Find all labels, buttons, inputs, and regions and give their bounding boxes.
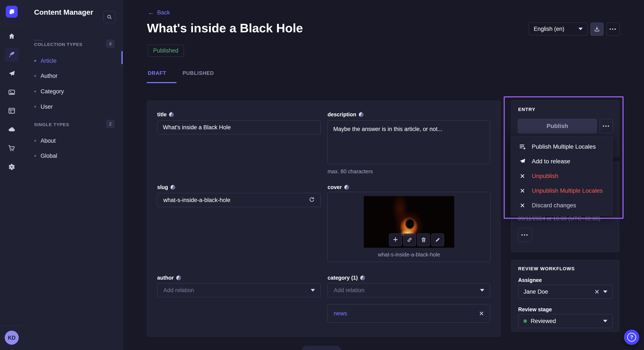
search-icon [106, 14, 112, 20]
back-link[interactable]: ← Back [148, 9, 170, 16]
user-avatar[interactable]: KD [5, 331, 19, 345]
more-icon: ••• [609, 27, 617, 31]
back-arrow-icon: ← [148, 9, 154, 16]
field-label-text: title [157, 111, 166, 118]
category-relation-select[interactable] [328, 283, 490, 297]
status-badge: Published [148, 45, 184, 57]
sidebar-item-user[interactable]: • User [34, 100, 115, 114]
slug-input[interactable] [163, 197, 308, 204]
cross-icon: × [518, 172, 526, 180]
sidebar-rule [34, 40, 42, 40]
field-label-text: description [328, 111, 356, 118]
rail-item-deploy[interactable] [5, 123, 18, 136]
rail-item-settings[interactable] [5, 160, 18, 174]
collection-types-count-badge: 4 [106, 39, 114, 48]
field-label-title: title [157, 111, 174, 118]
strapi-logo[interactable] [6, 6, 18, 18]
pencil-icon [435, 237, 440, 243]
assignee-label: Assignee [518, 277, 542, 283]
cover-field: + [328, 192, 490, 262]
chevron-down-icon [578, 28, 583, 30]
sidebar-title: Content Manager [34, 8, 93, 16]
active-item-indicator [122, 51, 123, 64]
menu-item-unpublish-multiple-locales[interactable]: × Unpublish Multiple Locales [511, 183, 613, 198]
clear-assignee-icon[interactable]: × [594, 288, 599, 296]
media-icon [8, 88, 16, 96]
author-relation-select[interactable] [157, 283, 321, 297]
category-tag-row: news × [328, 304, 490, 323]
header-more-button[interactable]: ••• [606, 22, 620, 36]
sidebar-item-article[interactable]: • Article [34, 54, 115, 68]
rail-item-home[interactable] [5, 29, 18, 43]
field-label-author: author [157, 275, 181, 281]
entry-panel-heading: ENTRY [518, 107, 536, 112]
more-icon: ••• [521, 233, 528, 237]
layout-icon [8, 107, 16, 115]
entry-info-more-button[interactable]: ••• [518, 228, 532, 242]
chevron-down-icon [603, 320, 607, 322]
field-label-text: slug [157, 184, 168, 190]
localized-field-icon [344, 185, 349, 190]
collapsed-bottom-button[interactable] [302, 346, 341, 350]
menu-item-label: Unpublish Multiple Locales [532, 187, 603, 194]
menu-item-add-to-release[interactable]: Add to release [511, 154, 613, 169]
menu-item-publish-multiple-locales[interactable]: Publish Multiple Locales [511, 139, 613, 154]
author-relation-input[interactable] [163, 287, 311, 294]
locale-select[interactable]: English (en) [529, 22, 588, 35]
cover-filename: what-s-inside-a-black-hole [328, 252, 490, 258]
assignee-select[interactable]: Jane Doe × [518, 285, 613, 299]
search-button[interactable] [104, 11, 116, 23]
tab-draft[interactable]: DRAFT [148, 70, 166, 76]
tab-published[interactable]: PUBLISHED [182, 70, 214, 76]
review-workflows-panel: REVIEW WORKFLOWS Assignee Jane Doe × Rev… [511, 260, 619, 332]
bullet-icon: • [34, 88, 36, 95]
home-icon [8, 32, 16, 40]
rail-item-marketplace[interactable] [5, 141, 18, 155]
sidebar-item-global[interactable]: • Global [34, 149, 115, 163]
sidebar-item-about[interactable]: • About [34, 134, 115, 148]
description-textarea[interactable]: Maybe the answer is in this article, or … [328, 120, 490, 164]
remove-category-icon[interactable]: × [479, 309, 484, 318]
cart-icon [8, 144, 16, 152]
publish-button[interactable]: Publish [518, 119, 597, 133]
menu-item-label: Add to release [532, 158, 570, 165]
field-label-text: category (1) [328, 275, 358, 281]
copy-link-button[interactable] [403, 233, 416, 246]
title-input[interactable] [157, 120, 321, 134]
review-stage-value: Reviewed [531, 318, 556, 325]
sidebar-item-author[interactable]: • Author [34, 69, 115, 83]
menu-item-label: Publish Multiple Locales [532, 143, 596, 150]
rail-item-content-type-builder[interactable] [5, 104, 18, 118]
rail-item-content-manager[interactable] [5, 48, 18, 61]
sidebar-item-label: Author [41, 73, 58, 79]
menu-item-unpublish[interactable]: × Unpublish [511, 169, 613, 183]
review-stage-select[interactable]: Reviewed [518, 314, 613, 328]
menu-item-discard-changes[interactable]: × Discard changes [511, 198, 613, 213]
menu-item-label: Unpublish [532, 173, 558, 179]
active-tab-underline [147, 82, 176, 83]
description-hint: max. 80 characters [328, 169, 373, 175]
rail-item-releases[interactable] [5, 67, 18, 81]
export-button[interactable] [590, 22, 604, 36]
paper-plane-icon [8, 70, 16, 78]
edit-asset-button[interactable] [431, 233, 444, 246]
category-relation-input[interactable] [333, 287, 480, 294]
entry-actions-menu: Publish Multiple Locales Add to release … [511, 136, 613, 216]
help-button[interactable]: ? [624, 330, 639, 345]
add-asset-button[interactable]: + [389, 233, 402, 246]
bullet-icon: • [34, 104, 36, 110]
localized-field-icon [170, 185, 175, 190]
sidebar-item-label: Article [41, 58, 57, 64]
regenerate-icon[interactable] [308, 197, 315, 203]
entry-more-button[interactable]: ••• [600, 119, 613, 133]
delete-asset-button[interactable] [417, 233, 430, 246]
section-single-types: SINGLE TYPES [34, 122, 69, 127]
content-manager-sidebar: Content Manager COLLECTION TYPES 4 • Art… [24, 0, 123, 350]
paper-plane-icon [518, 158, 526, 165]
category-tag-link[interactable]: news [334, 310, 347, 317]
sidebar-item-category[interactable]: • Category [34, 85, 115, 98]
rail-item-media-library[interactable] [5, 85, 18, 99]
sidebar-item-label: Category [41, 88, 64, 95]
review-workflows-heading: REVIEW WORKFLOWS [518, 266, 575, 272]
sidebar-item-label: About [41, 138, 56, 144]
